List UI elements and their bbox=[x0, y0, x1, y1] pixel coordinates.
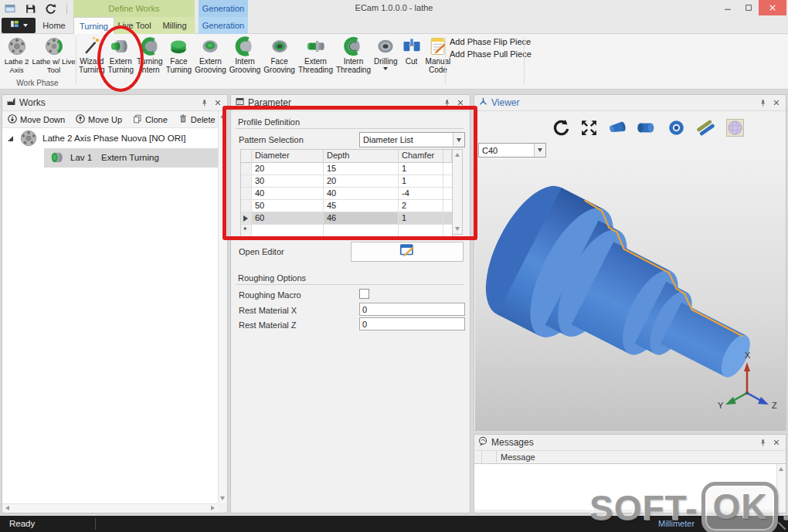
button-label: Extern bbox=[199, 57, 222, 66]
button-label: Drilling bbox=[374, 57, 398, 66]
annotation-rect-profile-definition bbox=[222, 106, 477, 240]
ribbon-separator bbox=[524, 37, 525, 85]
app-menu-button[interactable] bbox=[2, 18, 36, 33]
title-bar: Define Works Generation ECam 1.0.0.0 - l… bbox=[0, 0, 788, 17]
soft-ok-net-watermark: SOFT- OK .NET bbox=[589, 486, 788, 530]
rotate-icon[interactable] bbox=[552, 118, 571, 137]
viewer-3d-viewport[interactable]: X Y Z bbox=[475, 160, 786, 431]
circle-up-icon bbox=[75, 114, 86, 126]
tree-expander-icon[interactable] bbox=[8, 136, 13, 141]
axis-z-label: Z bbox=[772, 401, 777, 410]
trash-icon bbox=[178, 114, 189, 126]
chuck-icon bbox=[19, 129, 38, 151]
button-label: Threading bbox=[336, 66, 371, 74]
ribbon-button-manual-code[interactable]: ManualCode bbox=[424, 34, 453, 74]
ribbon-button-drilling[interactable]: Drilling bbox=[372, 34, 399, 70]
works-horizontal-scrollbar[interactable] bbox=[2, 503, 218, 513]
ribbon-button-face-turning[interactable]: FaceTurning bbox=[165, 34, 194, 74]
viewer-panel-title: Viewer bbox=[491, 97, 754, 108]
tab-home[interactable]: Home bbox=[35, 17, 73, 34]
works-panel-title: Works bbox=[19, 97, 195, 108]
status-ready-text: Ready bbox=[9, 519, 35, 528]
close-icon[interactable] bbox=[771, 437, 782, 448]
works-toolbar-clone[interactable]: Clone bbox=[132, 114, 168, 126]
viewer-toolbar bbox=[552, 114, 746, 141]
toolbar-label: Clone bbox=[145, 115, 168, 124]
roughing-macro-checkbox[interactable] bbox=[359, 289, 369, 299]
button-label: Face bbox=[271, 57, 288, 66]
button-label: Intern bbox=[344, 57, 364, 66]
chevron-down-icon[interactable] bbox=[534, 144, 545, 157]
ribbon-button-lathe-with-live-tool[interactable]: Lathe w/ Live Tool bbox=[33, 34, 74, 74]
ribbon-button-face-grooving[interactable]: FaceGrooving bbox=[262, 34, 297, 74]
button-label: Extern bbox=[304, 57, 327, 66]
close-icon[interactable] bbox=[212, 97, 223, 108]
button-label: Grooving bbox=[263, 66, 295, 74]
add-phase-pull-piece-link[interactable]: Add Phase Pull Piece bbox=[450, 49, 532, 59]
window-title: ECam 1.0.0.0 - lathe bbox=[0, 3, 788, 12]
pin-icon[interactable] bbox=[757, 97, 768, 108]
message-column-header: Message bbox=[497, 451, 786, 463]
open-editor-button[interactable] bbox=[351, 242, 464, 262]
tree-node-label: Lathe 2 Axis Phase Nuova [NO ORI] bbox=[42, 134, 185, 143]
rest-material-x-label: Rest Material X bbox=[239, 306, 297, 315]
tab-generation[interactable]: Generation bbox=[199, 17, 248, 34]
watermark-ok-box: OK bbox=[701, 482, 778, 532]
intern-grooving-icon bbox=[234, 36, 256, 57]
tree-node-phase[interactable]: Lathe 2 Axis Phase Nuova [NO ORI] bbox=[2, 128, 218, 148]
chevron-down-icon bbox=[383, 67, 388, 70]
ribbon-button-lathe-2-axis[interactable]: Lathe 2 Axis bbox=[0, 34, 33, 74]
works-panel: Works Move DownMove UpCloneDelete Lathe … bbox=[2, 94, 228, 513]
button-label: Grooving bbox=[229, 66, 261, 74]
minimize-button[interactable] bbox=[717, 0, 738, 15]
roughing-options-header: Roughing Options bbox=[236, 271, 464, 285]
ribbon-button-intern-threading[interactable]: InternThreading bbox=[335, 34, 372, 74]
toolbar-label: Delete bbox=[191, 115, 216, 124]
part-bars-icon[interactable] bbox=[695, 117, 716, 138]
button-label: Turning bbox=[166, 66, 192, 74]
cut-icon bbox=[401, 36, 423, 57]
part-cylinder-icon[interactable] bbox=[637, 117, 657, 138]
ribbon-button-intern-grooving[interactable]: InternGrooving bbox=[228, 34, 263, 74]
ecam-window: Define Works Generation ECam 1.0.0.0 - l… bbox=[0, 0, 788, 532]
toolbar-label: Move Down bbox=[20, 115, 65, 124]
ribbon-button-cut[interactable]: Cut bbox=[399, 34, 424, 66]
close-button[interactable] bbox=[759, 0, 786, 15]
rest-material-z-field[interactable] bbox=[359, 317, 465, 330]
pin-icon[interactable] bbox=[757, 437, 768, 448]
rest-material-x-field[interactable] bbox=[359, 303, 465, 316]
viewer-panel-header: Viewer bbox=[474, 95, 786, 111]
part-sphere-icon[interactable] bbox=[725, 117, 746, 138]
button-label: Manual bbox=[426, 57, 451, 66]
works-toolbar-move-down[interactable]: Move Down bbox=[7, 114, 65, 126]
works-toolbar-delete[interactable]: Delete bbox=[178, 114, 216, 126]
works-toolbar-move-up[interactable]: Move Up bbox=[75, 114, 122, 126]
works-panel-header: Works bbox=[2, 95, 227, 111]
face-grooving-icon bbox=[269, 36, 290, 57]
tab-milling[interactable]: Milling bbox=[155, 17, 195, 34]
part-cone-icon[interactable] bbox=[607, 117, 628, 138]
part-donut-icon[interactable] bbox=[666, 117, 687, 138]
ribbon-group-label: Work Phase bbox=[0, 79, 75, 87]
status-divider bbox=[95, 518, 96, 530]
face-turning-icon bbox=[168, 36, 189, 57]
ribbon-button-extern-grooving[interactable]: ExternGrooving bbox=[193, 34, 228, 74]
material-combo[interactable]: C40 bbox=[478, 143, 546, 158]
ribbon-separator bbox=[445, 37, 446, 85]
add-phase-flip-piece-link[interactable]: Add Phase Flip Piece bbox=[450, 37, 532, 46]
button-label: Intern bbox=[235, 57, 255, 66]
fit-icon[interactable] bbox=[579, 118, 599, 137]
ribbon-separator bbox=[76, 37, 76, 85]
ribbon-button-extern-threading[interactable]: ExternThreading bbox=[297, 34, 335, 74]
button-label: Face bbox=[170, 57, 187, 66]
lathe-live-chuck-icon bbox=[44, 36, 64, 57]
drilling-icon bbox=[375, 36, 396, 57]
ribbon-group-phase-links: Add Phase Flip Piece Add Phase Pull Piec… bbox=[450, 37, 532, 59]
maximize-button[interactable] bbox=[738, 0, 759, 15]
watermark-text: .NET bbox=[782, 487, 788, 529]
tree-node-lav1[interactable]: Lav 1 Extern Turning bbox=[2, 148, 218, 168]
viewer-panel: Viewer C40 bbox=[474, 94, 786, 431]
close-icon[interactable] bbox=[771, 97, 782, 108]
viewer-icon bbox=[478, 96, 488, 110]
pin-icon[interactable] bbox=[199, 97, 209, 108]
